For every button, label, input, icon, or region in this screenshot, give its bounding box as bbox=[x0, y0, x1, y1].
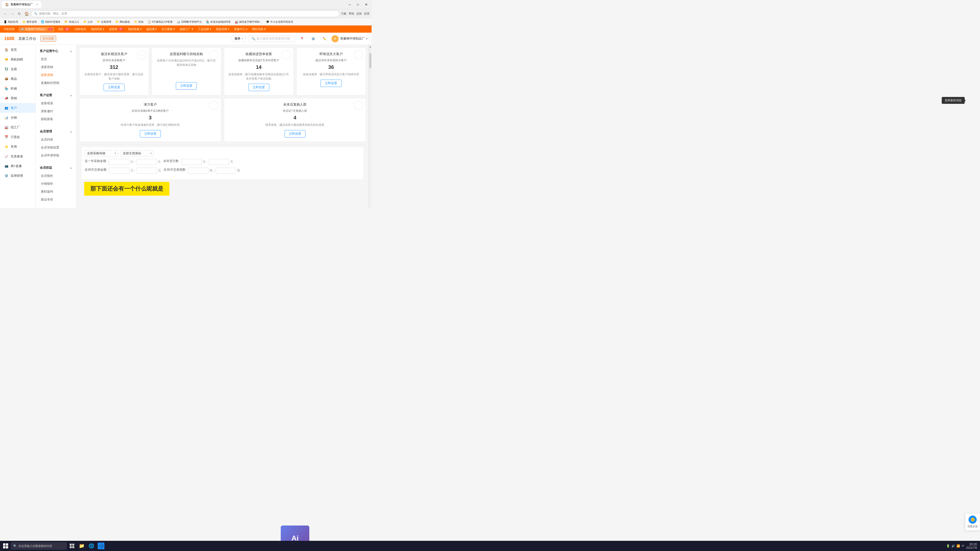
recent-purchase-max-input[interactable] bbox=[136, 159, 157, 165]
bookmark-trade[interactable]: 📁交易管理 bbox=[95, 20, 113, 24]
edit-icon-button[interactable]: ✏️ bbox=[320, 35, 328, 43]
service-select[interactable]: 服务 ▾ bbox=[232, 35, 246, 42]
browser-tab[interactable]: 🏠 香薰棒纤维制品厂 ✕ bbox=[2, 1, 41, 8]
trade-count-max-input[interactable] bbox=[216, 168, 236, 174]
unpaid-days-max-input[interactable] bbox=[209, 159, 229, 165]
left-nav-item-member-list[interactable]: 会员列表 bbox=[36, 136, 76, 144]
forward-button[interactable]: → bbox=[9, 11, 15, 17]
bookmark-college[interactable]: 🎓中小企业商学院首页 bbox=[264, 20, 295, 24]
unpaid-days-min-input[interactable] bbox=[181, 159, 202, 165]
trade-amount-max-input[interactable] bbox=[137, 168, 157, 174]
left-nav-item-member-price[interactable]: 会员报价 bbox=[36, 172, 76, 180]
left-nav-item-invite-prospect[interactable]: 潜客邀约 bbox=[36, 107, 76, 115]
section-title-customer-ops[interactable]: 客户运营 ▲ bbox=[36, 91, 76, 100]
trade-amount-min-input[interactable] bbox=[109, 168, 129, 174]
top-nav-store[interactable]: 🏠 香薰棒纤维制品厂 1 bbox=[18, 27, 54, 32]
back-button[interactable]: ← bbox=[2, 11, 8, 17]
sidebar-item-live[interactable]: 📺 商+直播 bbox=[0, 161, 35, 171]
card-vip-btn[interactable]: 立即设置 bbox=[321, 79, 342, 87]
operator-role-select[interactable]: 全部主营身份 bbox=[121, 150, 154, 156]
sidebar-item-customers[interactable]: 👥 客户 bbox=[0, 103, 35, 113]
left-nav-item-distribution-price[interactable]: 分销报价 bbox=[36, 180, 76, 188]
top-nav-sitemap[interactable]: 网站导航 ▾ bbox=[251, 27, 267, 32]
window-close[interactable]: ✕ bbox=[363, 2, 369, 7]
wanxiang-link[interactable]: 万象 bbox=[341, 12, 347, 16]
left-nav-item-live-fans[interactable]: 直播粉丝营销 bbox=[36, 79, 76, 87]
section-title-member-benefits[interactable]: 会员权益 ▲ bbox=[36, 164, 76, 172]
section-title-customer-ops-center[interactable]: 客户运营中心 ▲ bbox=[36, 47, 76, 56]
left-nav-item-customer-marketing[interactable]: 老客营销 bbox=[36, 71, 76, 79]
skin-link[interactable]: 皮肤 bbox=[356, 12, 362, 16]
left-nav-item-old-customer[interactable]: 老客维系 bbox=[36, 100, 76, 107]
user-info[interactable]: 香 香薰棒纤维制品厂 ▾ bbox=[331, 35, 368, 42]
home-button[interactable]: 🏠 bbox=[24, 11, 30, 17]
bookmark-foreign[interactable]: 🌐我的外贸服务 bbox=[39, 20, 62, 24]
window-maximize[interactable]: □ bbox=[355, 2, 361, 7]
scrollbar-thumb[interactable] bbox=[369, 53, 371, 68]
left-nav-item-prospect-marketing[interactable]: 潜客营销 bbox=[36, 63, 76, 71]
left-nav-item-rebate[interactable]: 累积返利 bbox=[36, 188, 76, 196]
purchase-level-select-wrapper[interactable]: 全部采购等级 bbox=[85, 150, 118, 156]
card-norepurchase-btn[interactable]: 立即设置 bbox=[285, 130, 305, 138]
sidebar-item-common[interactable]: ⭐ 常用 bbox=[0, 142, 35, 151]
bookmark-product[interactable]: 📋#打爆商品力#普通 bbox=[146, 20, 174, 24]
sidebar-item-goods[interactable]: 📦 商品 bbox=[0, 74, 35, 84]
section-title-member-mgmt[interactable]: 会员管理 ▲ bbox=[36, 127, 76, 136]
bookmark-apps[interactable]: 📱我的应用 bbox=[2, 20, 20, 24]
top-nav-supplier[interactable]: 我是供商 ▾ bbox=[215, 27, 231, 32]
top-nav-messages[interactable]: 消息 18 bbox=[57, 27, 71, 32]
purchase-level-select[interactable]: 全部采购等级 bbox=[85, 150, 118, 156]
top-nav-purchase[interactable]: 进货单 47 bbox=[108, 27, 124, 32]
sidebar-item-orderfair[interactable]: 📅 订货会 bbox=[0, 132, 35, 142]
scroll-up-arrow[interactable]: ▲ bbox=[369, 45, 372, 48]
bookmark-1688marketing[interactable]: 📊1688数字营销平台 bbox=[175, 20, 204, 24]
sidebar-item-home[interactable]: 🏠 首页 bbox=[0, 45, 35, 55]
top-nav-creditpass[interactable]: 诚信通 ▾ bbox=[145, 27, 158, 32]
top-nav-service[interactable]: 客服中心 ▾ bbox=[233, 27, 248, 32]
sidebar-item-marketing[interactable]: 📣 营销 bbox=[0, 94, 35, 103]
tab-close-icon[interactable]: ✕ bbox=[36, 3, 38, 6]
window-minimize[interactable]: ─ bbox=[347, 2, 353, 7]
card-potential-btn[interactable]: 立即设置 bbox=[140, 130, 161, 138]
settings-link[interactable]: 设置 bbox=[364, 12, 369, 16]
top-nav-brand[interactable]: 工业品牌 ▾ bbox=[197, 27, 212, 32]
sidebar-item-analytics[interactable]: 📈 生意参谋 bbox=[0, 151, 35, 161]
left-nav-item-home[interactable]: 首页 bbox=[36, 56, 76, 63]
top-nav-1688home[interactable]: 1688首页 bbox=[73, 27, 87, 32]
bookmark-public[interactable]: 📁公共 bbox=[82, 20, 94, 24]
trade-count-min-input[interactable] bbox=[188, 168, 208, 174]
bookmark-other-entry[interactable]: 📂其他入口 bbox=[63, 20, 81, 24]
left-nav-item-member-level[interactable]: 会员等级设置 bbox=[36, 144, 76, 151]
location-icon-button[interactable]: 📍 bbox=[298, 35, 306, 43]
top-nav-favorites[interactable]: 我的收藏 ▾ bbox=[127, 27, 143, 32]
help-link[interactable]: 帮助 bbox=[348, 12, 354, 16]
card-collect-btn[interactable]: 立即设置 bbox=[248, 84, 269, 91]
card-rebate-btn[interactable]: 立即设置 bbox=[176, 82, 197, 89]
address-bar[interactable]: 🔍 搜索功能、网址、应用 bbox=[31, 11, 339, 17]
sidebar-item-wangpu[interactable]: 🏪 旺铺 bbox=[0, 84, 35, 94]
sidebar-item-appmanage[interactable]: ⚙️ 应用管理 bbox=[0, 171, 35, 181]
top-nav-merchant[interactable]: 实力商家 ▾ bbox=[161, 27, 176, 32]
card-activate-lost-btn[interactable]: 立即设置 bbox=[103, 84, 124, 91]
top-nav-myali[interactable]: 我的阿里 ▾ bbox=[90, 27, 105, 32]
switch-to-buyer-button[interactable]: 切为买家 bbox=[40, 36, 56, 41]
left-nav-item-new-customer[interactable]: 获取新客 bbox=[36, 115, 76, 123]
settings-icon-button[interactable]: ⚙️ bbox=[309, 35, 317, 43]
bookmark-dqx[interactable]: 🏭德清县苎硬纤维制... bbox=[233, 20, 263, 24]
sidebar-item-opportunity[interactable]: 🤝 商机拍档 bbox=[0, 55, 35, 64]
bookmark-others[interactable]: 📁其他 bbox=[132, 20, 145, 24]
left-nav-item-member-apply[interactable]: 会员申请审核 bbox=[36, 151, 76, 159]
top-nav-factory[interactable]: 超级工厂 ▾ bbox=[179, 27, 194, 32]
bookmark-welcome[interactable]: 🏪欢迎光临我的阿里 bbox=[204, 20, 232, 24]
bookmark-channel[interactable]: 📁网站频道 bbox=[114, 20, 131, 24]
left-nav-item-new-product[interactable]: 新品专供 bbox=[36, 196, 76, 203]
sidebar-item-findfactory[interactable]: 🏭 找工厂 bbox=[0, 122, 35, 132]
feature-search-box[interactable]: 🔍 输入服务或您需要的功能 bbox=[249, 35, 295, 42]
recent-purchase-min-input[interactable] bbox=[109, 159, 129, 165]
top-nav-mobile[interactable]: 手机阿里 bbox=[3, 27, 16, 32]
sidebar-item-trade[interactable]: 💱 交易 bbox=[0, 64, 35, 74]
sidebar-item-distribution[interactable]: 📊 分销 bbox=[0, 113, 35, 122]
operator-role-select-wrapper[interactable]: 全部主营身份 bbox=[121, 150, 154, 156]
bookmark-most-used[interactable]: ⭐最常使用 bbox=[21, 20, 38, 24]
refresh-button[interactable]: ↻ bbox=[16, 11, 22, 17]
